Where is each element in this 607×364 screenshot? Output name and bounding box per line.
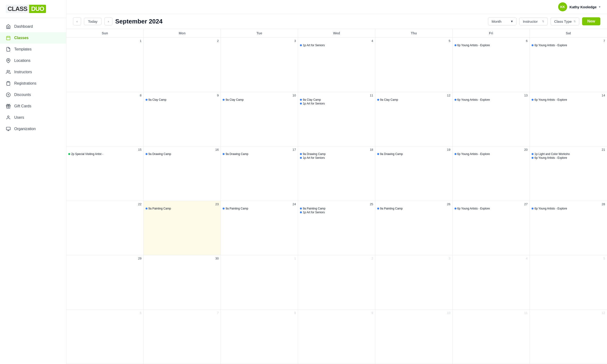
event-label: 6p Young Artists - Explore (457, 44, 490, 47)
calendar-day-cell[interactable]: 7 (144, 310, 221, 364)
calendar-day-cell[interactable]: 10 (375, 310, 453, 364)
sidebar-item-gift-cards[interactable]: Gift Cards (0, 101, 66, 112)
user-menu[interactable]: KK Kathy Kooledge ▾ (558, 2, 600, 11)
calendar-event[interactable]: 9a Drawing Camp (377, 152, 450, 156)
calendar-day-cell[interactable]: 11 (453, 310, 530, 364)
calendar-day-cell[interactable]: 129a Clay Camp (375, 92, 453, 146)
day-number: 30 (145, 257, 219, 260)
calendar-day-cell[interactable]: 22 (66, 201, 144, 255)
new-button[interactable]: New (582, 17, 600, 25)
day-number: 22 (68, 202, 142, 206)
calendar-day-cell[interactable]: 1 (221, 255, 298, 310)
sidebar-item-templates[interactable]: Templates (0, 44, 66, 55)
calendar-day-cell[interactable]: 286p Young Artists - Explore (530, 201, 607, 255)
sidebar-item-discounts[interactable]: Discounts (0, 89, 66, 101)
class-type-filter-dropdown[interactable]: Class Type ⇅ (551, 17, 579, 25)
month-view-dropdown[interactable]: Month ▾ (488, 17, 516, 25)
sidebar-item-instructors[interactable]: Instructors (0, 66, 66, 78)
calendar-day-cell[interactable]: 206p Young Artists - Explore (453, 146, 530, 201)
sidebar-item-users[interactable]: Users (0, 112, 66, 123)
calendar-day-cell[interactable]: 2 (144, 38, 221, 92)
calendar-event[interactable]: 9a Drawing Camp (145, 152, 219, 156)
logo[interactable]: CLASSDUO (6, 5, 60, 13)
calendar-day-cell[interactable]: 4 (453, 255, 530, 310)
calendar-day-cell[interactable]: 76p Young Artists - Explore (530, 38, 607, 92)
event-label: 6p Young Artists - Explore (457, 207, 490, 210)
instructor-filter-label: Instructor (523, 19, 538, 24)
avatar: KK (558, 2, 567, 11)
calendar-event[interactable]: 2p Special Visiting Artist - (68, 152, 142, 156)
calendar-day-cell[interactable]: 30 (144, 255, 221, 310)
calendar-day-cell[interactable]: 169a Drawing Camp (144, 146, 221, 201)
day-number: 3 (223, 39, 296, 43)
sidebar-item-classes[interactable]: Classes (0, 32, 66, 44)
calendar-day-cell[interactable]: 5 (375, 38, 453, 92)
instructor-filter-dropdown[interactable]: Instructor ⇅ (519, 17, 548, 25)
blue-dot (532, 99, 533, 101)
prev-button[interactable]: ‹ (73, 17, 81, 25)
main-content: KK Kathy Kooledge ▾ ‹ Today › September … (66, 0, 607, 364)
calendar-day-cell[interactable]: 109a Clay Camp (221, 92, 298, 146)
calendar-day-cell[interactable]: 119a Clay Camp1p Art for Seniors (298, 92, 375, 146)
calendar-day-cell[interactable]: 29 (66, 255, 144, 310)
calendar-day-cell[interactable]: 5 (530, 255, 607, 310)
calendar-day-cell[interactable]: 3 (221, 38, 298, 92)
calendar-event[interactable]: 6p Young Artists - Explore (532, 207, 605, 210)
calendar-day-cell[interactable]: 179a Drawing Camp (221, 146, 298, 201)
next-button[interactable]: › (104, 17, 112, 25)
calendar-event[interactable]: 6p Young Artists - Explore (532, 44, 605, 47)
calendar-day-cell[interactable]: 2 (298, 255, 375, 310)
calendar-day-cell[interactable]: 99a Clay Camp (144, 92, 221, 146)
calendar-day-cell[interactable]: 269a Painting Camp (375, 201, 453, 255)
calendar-day-cell[interactable]: 8 (66, 92, 144, 146)
calendar-event[interactable]: 9a Drawing Camp (300, 152, 373, 156)
calendar-day-cell[interactable]: 136p Young Artists - Explore (453, 92, 530, 146)
calendar-day-cell[interactable]: 66p Young Artists - Explore (453, 38, 530, 92)
calendar-event[interactable]: 1p Art for Seniors (300, 211, 373, 214)
calendar-day-cell[interactable]: 199a Drawing Camp (375, 146, 453, 201)
sidebar-label-dashboard: Dashboard (14, 25, 33, 29)
calendar-day-cell[interactable]: 12 (530, 310, 607, 364)
calendar-day-cell[interactable]: 3 (375, 255, 453, 310)
sidebar-item-locations[interactable]: Locations (0, 55, 66, 66)
calendar-day-cell[interactable]: 239a Painting Camp (144, 201, 221, 255)
event-label: 1p Art for Seniors (303, 156, 325, 159)
calendar-day-cell[interactable]: 146p Young Artists - Explore (530, 92, 607, 146)
calendar-event[interactable]: 1p Art for Seniors (300, 102, 373, 105)
calendar-event[interactable]: 9a Clay Camp (377, 98, 450, 102)
calendar-event[interactable]: 9a Painting Camp (300, 207, 373, 210)
calendar-event[interactable]: 9a Drawing Camp (223, 152, 296, 156)
sidebar-item-dashboard[interactable]: Dashboard (0, 21, 66, 32)
calendar-event[interactable]: 6p Young Artists - Explore (532, 98, 605, 102)
sidebar-item-organization[interactable]: Organization (0, 123, 66, 135)
calendar-day-cell[interactable]: 9 (298, 310, 375, 364)
sidebar-item-registrations[interactable]: Registrations (0, 78, 66, 89)
calendar-event[interactable]: 6p Young Artists - Explore (455, 44, 528, 47)
calendar-day-cell[interactable]: 211p Light and Color Worksho6p Young Art… (530, 146, 607, 201)
today-button[interactable]: Today (84, 18, 102, 25)
calendar-event[interactable]: 1p Light and Color Worksho (532, 152, 605, 156)
calendar-day-cell[interactable]: 1 (66, 38, 144, 92)
calendar-event[interactable]: 6p Young Artists - Explore (532, 156, 605, 159)
calendar-event[interactable]: 1p Art for Seniors (300, 44, 373, 47)
calendar-event[interactable]: 9a Clay Camp (300, 98, 373, 102)
calendar-event[interactable]: 6p Young Artists - Explore (455, 98, 528, 102)
calendar-event[interactable]: 9a Painting Camp (223, 207, 296, 210)
svg-point-4 (8, 60, 9, 61)
calendar-day-cell[interactable]: 152p Special Visiting Artist - (66, 146, 144, 201)
calendar-day-cell[interactable]: 276p Young Artists - Explore (453, 201, 530, 255)
calendar-event[interactable]: 6p Young Artists - Explore (455, 207, 528, 210)
calendar-event[interactable]: 1p Art for Seniors (300, 156, 373, 159)
calendar-event[interactable]: 6p Young Artists - Explore (455, 152, 528, 156)
calendar-day-cell[interactable]: 6 (66, 310, 144, 364)
calendar-day-cell[interactable]: 259a Painting Camp1p Art for Seniors (298, 201, 375, 255)
calendar-day-cell[interactable]: 41p Art for Seniors (298, 38, 375, 92)
calendar-day-cell[interactable]: 249a Painting Camp (221, 201, 298, 255)
event-label: 2p Special Visiting Artist - (71, 152, 103, 156)
calendar-day-cell[interactable]: 8 (221, 310, 298, 364)
calendar-event[interactable]: 9a Clay Camp (223, 98, 296, 102)
calendar-event[interactable]: 9a Painting Camp (377, 207, 450, 210)
calendar-event[interactable]: 9a Painting Camp (145, 207, 219, 210)
calendar-day-cell[interactable]: 189a Drawing Camp1p Art for Seniors (298, 146, 375, 201)
calendar-event[interactable]: 9a Clay Camp (145, 98, 219, 102)
